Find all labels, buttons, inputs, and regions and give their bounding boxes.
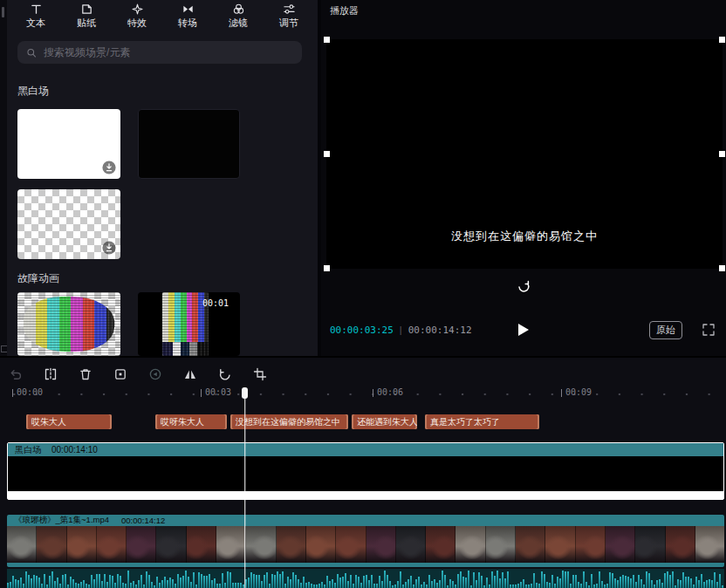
asset-white-field[interactable]: [17, 109, 120, 179]
tab-effects[interactable]: 特效: [114, 3, 160, 28]
waveform-bar: [154, 585, 155, 588]
waveform-bar: [384, 571, 386, 588]
asset-black-field[interactable]: [138, 109, 240, 179]
asset-glitch-testcard-2[interactable]: 00:01: [138, 292, 240, 356]
waveform-bar: [421, 585, 422, 588]
waveform-bar: [376, 584, 378, 588]
tab-sticker[interactable]: 贴纸: [64, 3, 109, 28]
waveform-bar: [211, 580, 213, 588]
tab-adjust[interactable]: 调节: [266, 3, 312, 28]
selection-handle-top-right[interactable]: [719, 37, 725, 43]
waveform-bar: [274, 575, 276, 588]
video-clip[interactable]: 《琅琊榜》_第1集~1.mp4 00:00:14:12: [7, 515, 724, 567]
clip-filmstrip-white: [8, 491, 723, 499]
film-frame: [37, 526, 66, 563]
film-frame: [156, 526, 186, 563]
waveform-bar: [54, 581, 56, 588]
split-icon[interactable]: [44, 367, 58, 381]
playhead-handle[interactable]: [242, 387, 248, 399]
tab-transitions[interactable]: 转场: [165, 3, 210, 28]
video-preview[interactable]: 没想到在这偏僻的易馆之中: [326, 39, 723, 269]
reverse-play-icon[interactable]: [148, 367, 162, 381]
waveform-bar: [428, 575, 430, 588]
delete-icon[interactable]: [79, 367, 92, 381]
waveform-bar: [596, 584, 598, 588]
waveform-bar: [253, 574, 255, 588]
clip-name: 《琅琊榜》_第1集~1.mp4: [14, 515, 109, 526]
waveform-bar: [235, 583, 236, 588]
bw-field-clip[interactable]: 黑白场 00:00:14:10: [7, 442, 724, 500]
mirror-icon[interactable]: [183, 367, 197, 381]
original-quality-button[interactable]: 原始: [649, 321, 682, 339]
asset-transparent-field[interactable]: [17, 189, 120, 259]
waveform-bar: [300, 583, 302, 588]
waveform-bar: [206, 576, 208, 588]
waveform-bar: [185, 571, 187, 588]
waveform-bar: [127, 571, 129, 588]
waveform-bar: [706, 580, 708, 588]
text-clip[interactable]: 没想到在这偏僻的易馆之中: [230, 414, 348, 429]
waveform-bar: [169, 578, 171, 588]
freeze-frame-icon[interactable]: [113, 367, 127, 381]
play-button[interactable]: [518, 324, 529, 336]
waveform-bar: [701, 574, 702, 588]
tab-filters[interactable]: 滤镜: [216, 3, 261, 28]
waveform-bar: [23, 584, 24, 588]
text-clip[interactable]: 哎朱大人: [26, 414, 112, 429]
waveform-bar: [12, 576, 14, 588]
waveform-bar: [70, 577, 72, 588]
waveform-bar: [447, 585, 449, 588]
rotate-icon[interactable]: [218, 367, 232, 381]
tab-text[interactable]: 文本: [13, 3, 58, 28]
player-panel: 播放器 没想到在这偏僻的易馆之中 00:00:03:25 | 00:00:14:…: [321, 0, 726, 356]
text-clip[interactable]: 真是太巧了太巧了: [425, 414, 539, 429]
waveform-bar: [232, 583, 234, 588]
timeline-ruler[interactable]: 00:00 00:03 00:06 00:09: [0, 386, 726, 400]
audio-waveform[interactable]: [7, 569, 724, 588]
selection-handle-bottom-right[interactable]: [719, 265, 725, 271]
waveform-bar: [507, 571, 509, 588]
search-box[interactable]: [17, 41, 302, 64]
film-frame: [455, 526, 485, 563]
waveform-bar: [290, 579, 291, 588]
selection-handle-mid-right[interactable]: [719, 151, 725, 157]
waveform-bar: [682, 572, 684, 588]
waveform-bar: [489, 585, 490, 588]
waveform-bar: [96, 574, 98, 588]
ruler-label: 00:03: [201, 388, 231, 397]
clip-header: 黑白场 00:00:14:10: [8, 443, 723, 456]
waveform-bar: [156, 577, 158, 588]
tab-label: 文本: [26, 18, 45, 28]
waveform-bar: [104, 574, 106, 588]
waveform-bar: [606, 584, 608, 588]
waveform-bar: [209, 574, 210, 588]
text-clip[interactable]: 还能遇到朱大人: [352, 414, 417, 429]
waveform-bar: [570, 584, 572, 588]
text-clip[interactable]: 哎呀朱大人: [155, 414, 227, 429]
search-input[interactable]: [42, 45, 293, 59]
selection-handle-bottom-left[interactable]: [324, 265, 330, 271]
download-icon[interactable]: [102, 241, 116, 255]
download-icon[interactable]: [102, 161, 116, 174]
ruler-label: 00:00: [12, 388, 43, 397]
waveform-bar: [672, 571, 674, 588]
current-timecode: 00:00:03:25: [330, 325, 394, 336]
crop-icon[interactable]: [253, 367, 267, 381]
waveform-bar: [135, 585, 137, 588]
waveform-bar: [719, 574, 721, 588]
waveform-bar: [572, 575, 574, 588]
undo-icon[interactable]: [9, 367, 23, 381]
waveform-bar: [65, 574, 66, 588]
selection-handle-mid-left[interactable]: [324, 151, 330, 157]
waveform-bar: [635, 582, 637, 588]
waveform-bar: [112, 576, 113, 588]
rotate-selection-icon[interactable]: [516, 277, 531, 293]
selection-handle-top-left[interactable]: [324, 37, 330, 43]
waveform-bar: [138, 580, 140, 588]
waveform-bar: [7, 583, 9, 588]
fullscreen-icon[interactable]: [702, 323, 716, 337]
waveform-bar: [688, 577, 689, 588]
waveform-bar: [646, 571, 647, 588]
waveform-bar: [452, 581, 454, 588]
asset-glitch-testcard[interactable]: [17, 292, 120, 356]
